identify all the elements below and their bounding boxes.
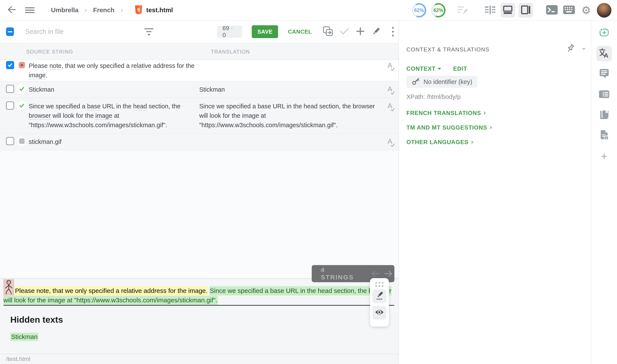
glossary-term[interactable]: relative	[131, 62, 151, 70]
filter-icon	[144, 28, 153, 29]
glossary-tab-button[interactable]	[596, 87, 612, 102]
back-button[interactable]	[4, 4, 19, 16]
spellcheck-icon[interactable]: A	[381, 137, 399, 145]
hidden-text-item[interactable]: Stickman	[10, 333, 38, 341]
comments-tab-button[interactable]	[596, 66, 612, 82]
source-text[interactable]: Please note, that we only specified a re…	[29, 61, 199, 80]
string-row[interactable]: Since we specified a base URL in the hea…	[0, 98, 399, 134]
chevron-right-icon: ›	[84, 6, 87, 14]
edit-context-button[interactable]: EDIT	[453, 65, 467, 72]
edit-preview-button[interactable]	[373, 289, 386, 303]
next-string-button[interactable]	[382, 270, 394, 277]
toggle-preview-button[interactable]	[373, 306, 386, 319]
breadcrumb-language[interactable]: French	[93, 6, 114, 14]
drag-handle[interactable]	[375, 282, 384, 287]
section-label: OTHER LANGUAGES	[406, 139, 469, 146]
ai-assistant-button[interactable]	[596, 25, 612, 41]
check-icon	[340, 27, 349, 36]
section-other-languages[interactable]: OTHER LANGUAGES	[406, 135, 492, 149]
strings-toolbar: 69 · 0 SAVE CANCEL	[0, 21, 399, 43]
glossary-term[interactable]: image	[95, 112, 112, 120]
bottom-panel-view-icon	[503, 5, 513, 16]
string-row[interactable]: stickman.gifA	[0, 134, 399, 150]
indeterminate-icon	[8, 31, 12, 32]
context-dropdown[interactable]: CONTEXT	[406, 65, 441, 72]
collapse-panel-button[interactable]	[582, 48, 586, 50]
row-checkbox[interactable]	[6, 102, 14, 110]
row-checkbox[interactable]	[6, 85, 14, 93]
menu-button[interactable]	[22, 4, 37, 16]
edit-list-icon	[457, 5, 469, 16]
translate-icon: A	[598, 47, 610, 60]
search-input[interactable]	[25, 28, 113, 36]
row-checkbox-checked[interactable]	[6, 61, 14, 69]
add-panel-button[interactable]: +	[596, 149, 612, 164]
keyboard-shortcuts-button[interactable]	[562, 3, 576, 17]
edit-string-button[interactable]	[371, 26, 382, 38]
edit-list-button[interactable]	[456, 3, 469, 17]
xpath-text: XPath: /html/body/p	[406, 93, 461, 100]
strings-count-label: 4 STRINGS	[321, 266, 360, 281]
spellcheck-icon[interactable]: A	[381, 62, 399, 69]
terminal-button[interactable]	[545, 3, 559, 17]
source-text[interactable]: Since we specified a base URL in the hea…	[29, 102, 199, 130]
file-info-tab-button[interactable]	[596, 128, 612, 143]
settings-button[interactable]: ⚙	[579, 3, 593, 17]
translations-tab-button[interactable]: A	[596, 46, 612, 61]
save-button[interactable]: SAVE	[252, 25, 278, 38]
row-checkbox[interactable]	[6, 137, 14, 145]
section-french-translations[interactable]: FRENCH TRANSLATIONS	[406, 106, 492, 120]
duplicate-button[interactable]	[322, 26, 334, 38]
preview-paragraph: Please note, that we only specified a re…	[3, 279, 394, 305]
select-all-checkbox[interactable]	[6, 27, 14, 36]
avatar[interactable]	[597, 3, 611, 18]
progress-value: 62%	[430, 2, 446, 18]
pin-panel-button[interactable]	[566, 44, 576, 55]
string-row[interactable]: StickmanStickmanA	[0, 81, 399, 98]
spellcheck-icon[interactable]: A	[381, 102, 399, 110]
right-panel-view-button[interactable]	[518, 3, 533, 18]
section-tm-and-mt-suggestions[interactable]: TM AND MT SUGGESTIONS	[406, 120, 492, 135]
filter-button[interactable]	[143, 25, 155, 38]
back-icon	[7, 5, 17, 15]
menu-icon	[25, 6, 35, 14]
html5-icon: 5	[134, 5, 143, 15]
glossary-term[interactable]: base	[87, 103, 100, 110]
previous-string-button[interactable]	[369, 270, 382, 277]
string-row[interactable]: Please note, that we only specified a re…	[0, 60, 399, 81]
approve-button[interactable]	[339, 26, 350, 38]
ai-sparkle-icon	[599, 27, 610, 39]
duplicate-icon	[323, 26, 333, 38]
glossary-term[interactable]: note	[50, 62, 62, 70]
dictionary-tab-button[interactable]	[596, 107, 612, 123]
status-translated-icon	[17, 84, 27, 93]
pencil-underline-icon	[375, 292, 384, 301]
cancel-button[interactable]: CANCEL	[288, 28, 312, 35]
preview-divider	[3, 305, 394, 306]
translation-text[interactable]: Stickman	[199, 85, 381, 94]
translation-text[interactable]: Since we specified a base URL in the hea…	[199, 102, 381, 130]
bottom-panel-view-button[interactable]	[500, 3, 515, 18]
right-icon-rail: A	[591, 21, 617, 364]
translation-progress-ring: 62%	[411, 2, 427, 18]
add-string-button[interactable]	[355, 26, 366, 38]
breadcrumb-project[interactable]: Umbrella	[51, 6, 78, 14]
source-text[interactable]: stickman.gif	[29, 137, 199, 146]
chevron-right-icon	[484, 111, 486, 115]
right-panel-view-icon	[521, 5, 531, 16]
side-by-side-view-button[interactable]	[483, 3, 497, 17]
source-text[interactable]: Stickman	[29, 85, 199, 94]
progress-value: 62%	[411, 2, 427, 18]
preview-tools-panel	[370, 278, 389, 326]
spellcheck-icon[interactable]: A	[381, 85, 399, 93]
highlighted-untranslated-text[interactable]: Please note, that we only specified a re…	[14, 286, 208, 296]
glossary-term[interactable]: browser	[29, 112, 51, 120]
chevron-right-icon	[490, 126, 492, 130]
source-column-header: SOURCE STRING	[26, 49, 73, 55]
stickman-image[interactable]	[3, 279, 14, 296]
glossary-term[interactable]: image	[29, 72, 46, 79]
more-options-button[interactable]	[387, 26, 399, 38]
breadcrumb-file[interactable]: test.html	[146, 6, 173, 14]
context-panel: CONTEXT & TRANSLATIONS CONTEXT EDIT No i…	[399, 21, 591, 364]
glossary-term[interactable]: head	[133, 103, 147, 110]
